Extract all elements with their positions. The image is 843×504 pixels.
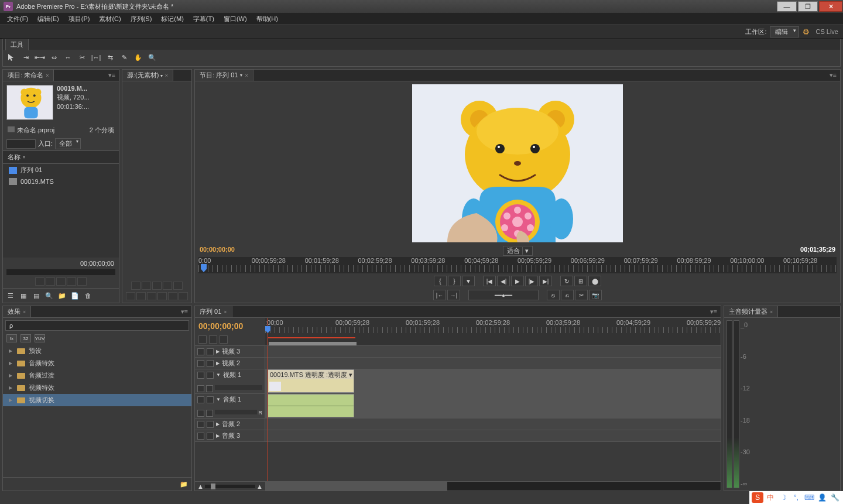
next-frame-button[interactable] — [56, 277, 66, 286]
in-point-button[interactable] — [67, 277, 76, 286]
menu-file[interactable]: 文件(F) — [2, 13, 33, 25]
rate-stretch-tool-icon[interactable]: ↔ — [63, 52, 73, 63]
src-btn[interactable] — [126, 292, 135, 300]
ripple-edit-tool-icon[interactable]: ⇤⇥ — [35, 52, 45, 63]
delete-icon[interactable]: 🗑 — [83, 290, 93, 301]
track-header-a2[interactable]: ▶音频 2 — [195, 419, 265, 430]
project-scrubber[interactable] — [6, 269, 115, 275]
sync-lock-icon[interactable] — [209, 335, 217, 344]
panel-menu-icon[interactable]: ▾≡ — [177, 308, 191, 316]
pen-tool-icon[interactable]: ✎ — [119, 52, 129, 63]
src-btn[interactable] — [173, 282, 183, 290]
video-clip[interactable]: 00019.MTS 透明度 :透明度 ▾ — [268, 369, 354, 393]
ime-icon[interactable]: S — [752, 492, 763, 503]
panel-menu-icon[interactable]: ▾≡ — [707, 308, 721, 316]
menu-window[interactable]: 窗口(W) — [219, 13, 252, 25]
menu-sequence[interactable]: 序列(S) — [126, 13, 157, 25]
src-btn[interactable] — [163, 282, 172, 290]
timeline-timecode[interactable]: 00;00;00;00 — [198, 321, 262, 331]
effects-folder[interactable]: ▶预设 — [3, 345, 191, 357]
workspace-dropdown[interactable]: 编辑 — [770, 26, 799, 37]
minimize-button[interactable]: — — [777, 1, 797, 12]
track-select-tool-icon[interactable]: ⇥ — [20, 52, 31, 63]
audio-clip[interactable] — [268, 394, 354, 417]
project-item-sequence[interactable]: 序列 01 — [3, 164, 119, 176]
track-header-a3[interactable]: ▶音频 3 — [195, 430, 265, 441]
src-btn[interactable] — [152, 282, 162, 290]
track-header-v2[interactable]: ▶视频 2 — [195, 358, 265, 369]
32-badge-icon[interactable]: 32 — [20, 334, 31, 342]
close-tab-icon[interactable]: × — [770, 309, 773, 315]
src-btn[interactable] — [157, 292, 167, 300]
effects-folder[interactable]: ▶视频特效 — [3, 382, 191, 394]
ime-punct-icon[interactable]: °, — [790, 492, 802, 503]
effects-search-input[interactable] — [5, 320, 189, 331]
src-btn[interactable] — [136, 292, 146, 300]
effects-folder[interactable]: ▶音频特效 — [3, 357, 191, 369]
project-search-input[interactable] — [6, 139, 36, 149]
play-button[interactable] — [46, 277, 55, 286]
timeline-tab[interactable]: 序列 01× — [195, 306, 232, 317]
project-tab[interactable]: 项目: 未命名× — [3, 70, 54, 81]
menu-marker[interactable]: 标记(M) — [156, 13, 189, 25]
rolling-edit-tool-icon[interactable]: ⇔ — [49, 52, 59, 63]
lift-button[interactable]: ⎋ — [547, 290, 560, 300]
selection-tool-icon[interactable] — [6, 52, 17, 63]
program-tc-current[interactable]: 00;00;00;00 — [200, 246, 235, 256]
menu-clip[interactable]: 素材(C) — [94, 13, 125, 25]
out-point-button[interactable] — [77, 277, 87, 286]
src-btn[interactable] — [147, 292, 156, 300]
menu-help[interactable]: 帮助(H) — [252, 13, 283, 25]
close-tab-icon[interactable]: × — [46, 73, 49, 78]
track-header-v3[interactable]: ▶视频 3 — [195, 346, 265, 357]
menu-edit[interactable]: 编辑(E) — [33, 13, 64, 25]
ime-wrench-icon[interactable]: 🔧 — [829, 492, 841, 503]
src-btn[interactable] — [168, 292, 177, 300]
shuttle-button[interactable]: ━━●━━ — [468, 290, 539, 300]
new-item-icon[interactable]: 📄 — [70, 290, 80, 301]
goto-prev-button[interactable]: |← — [433, 290, 446, 300]
timeline-zoom-slider[interactable]: ▲▲ — [195, 482, 265, 491]
in-dropdown[interactable]: 全部 — [55, 138, 81, 149]
project-item-clip[interactable]: 00019.MTS — [3, 176, 119, 187]
marker-button[interactable]: ▼ — [462, 276, 475, 286]
new-bin-icon[interactable]: 📁 — [57, 290, 67, 301]
src-btn[interactable] — [131, 282, 140, 290]
extract-button[interactable]: ⎌ — [561, 290, 574, 300]
slip-tool-icon[interactable]: |↔| — [91, 52, 101, 63]
list-view-icon[interactable]: ☰ — [5, 290, 16, 301]
program-viewport[interactable] — [195, 81, 840, 245]
loop-button[interactable]: ↻ — [560, 276, 573, 286]
output-button[interactable]: ⬤ — [588, 276, 601, 286]
search-icon[interactable]: ⚙ — [803, 28, 810, 36]
ime-keyboard-icon[interactable]: ⌨ — [803, 492, 815, 503]
track-header-a1[interactable]: ▼音频 1R — [195, 394, 265, 418]
step-back-button[interactable]: ◀| — [497, 276, 510, 286]
clip-thumbnail[interactable] — [6, 85, 53, 120]
razor-tool-icon[interactable]: ✂ — [77, 52, 87, 63]
new-bin-icon[interactable]: 📁 — [179, 479, 189, 489]
program-ruler[interactable]: 0;0000;00;59;2800;01;59;2800;02;59;2800;… — [198, 257, 837, 273]
work-area-bar[interactable] — [269, 342, 357, 345]
prev-frame-button[interactable] — [35, 277, 44, 286]
automate-icon[interactable]: ▤ — [31, 290, 42, 301]
close-tab-icon[interactable]: × — [165, 73, 168, 78]
step-fwd-button[interactable]: |▶ — [525, 276, 538, 286]
program-tab[interactable]: 节目: 序列 01 ▾× — [195, 70, 253, 81]
close-tab-icon[interactable]: × — [224, 309, 227, 315]
slide-tool-icon[interactable]: ⇆ — [105, 52, 115, 63]
effects-folder[interactable]: ▶视频切换 — [3, 394, 191, 406]
icon-view-icon[interactable]: ▦ — [18, 290, 29, 301]
close-tab-icon[interactable]: × — [245, 73, 248, 78]
snap-icon[interactable] — [198, 335, 207, 344]
panel-menu-icon[interactable]: ▾≡ — [105, 71, 119, 79]
export-frame-button[interactable]: 📷 — [589, 290, 602, 300]
panel-menu-icon[interactable]: ▾≡ — [826, 71, 840, 79]
menu-title[interactable]: 字幕(T) — [189, 13, 219, 25]
tools-tab[interactable]: 工具 — [5, 39, 29, 50]
yuv-badge-icon[interactable]: YUV — [35, 334, 45, 342]
effects-tab[interactable]: 效果× — [3, 306, 31, 317]
hand-tool-icon[interactable]: ✋ — [133, 52, 143, 63]
track-header-v1[interactable]: ▼视频 1 — [195, 369, 265, 393]
safe-margins-button[interactable]: ⊞ — [574, 276, 587, 286]
